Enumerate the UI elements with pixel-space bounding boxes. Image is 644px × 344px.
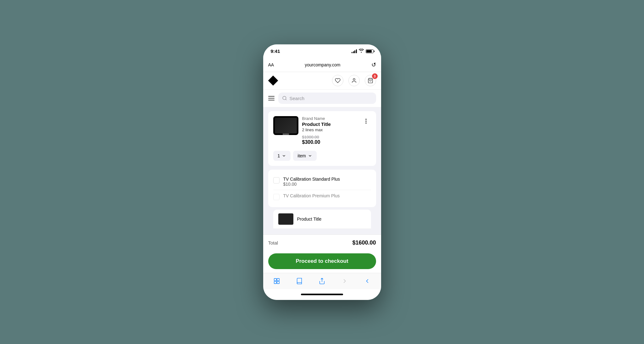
person-icon [351, 78, 357, 83]
browser-url[interactable]: yourcompany.com [305, 62, 340, 67]
svg-rect-6 [274, 279, 276, 281]
svg-rect-7 [277, 279, 279, 281]
menu-line-1 [268, 96, 275, 97]
addon-item-2: TV Calibration Premium Plus [273, 190, 371, 203]
addons-section: TV Calibration Standard Plus $10.00 TV C… [263, 170, 381, 207]
quantity-value: 1 [278, 153, 280, 158]
share-icon [319, 278, 325, 285]
browser-bar: AA yourcompany.com ↺ [263, 58, 381, 72]
total-bar: Total $1600.00 [263, 234, 381, 251]
checkout-button[interactable]: Proceed to checkout [268, 253, 376, 269]
addon-details-2: TV Calibration Premium Plus [283, 193, 340, 198]
product-image [273, 116, 298, 135]
svg-rect-9 [277, 281, 279, 284]
tabs-button[interactable] [270, 274, 284, 288]
unit-selector[interactable]: item [293, 151, 316, 161]
next-product-card: Product Title [273, 210, 371, 229]
cart-section: Brand Name Product Title 2 lines max $10… [263, 107, 381, 170]
tv-stand [283, 133, 289, 135]
scrollable-content: Brand Name Product Title 2 lines max $10… [263, 107, 381, 273]
account-button[interactable] [348, 75, 360, 86]
total-label: Total [268, 240, 278, 245]
cart-badge: 3 [372, 73, 378, 79]
chevron-down-icon-2 [308, 154, 312, 158]
home-indicator [263, 289, 381, 300]
addon-name-1: TV Calibration Standard Plus [283, 177, 340, 182]
addon-checkbox-1[interactable] [273, 177, 280, 183]
browser-aa-label[interactable]: AA [268, 62, 274, 67]
menu-button[interactable] [268, 96, 275, 100]
addon-checkbox-2[interactable] [273, 194, 280, 200]
nav-icons: 3 [332, 75, 376, 86]
chevron-down-icon [282, 154, 286, 158]
tv-screen [275, 118, 297, 133]
tabs-icon [273, 278, 280, 285]
wishlist-button[interactable] [332, 75, 343, 86]
bottom-browser-bar [263, 273, 381, 289]
original-price: $1000.00 [302, 135, 357, 139]
brand-logo[interactable] [268, 76, 278, 86]
status-icons [352, 49, 374, 54]
signal-icon [352, 49, 357, 53]
addon-details-1: TV Calibration Standard Plus $10.00 [283, 177, 340, 187]
wifi-icon [359, 49, 364, 54]
search-bar-row: Search [263, 90, 381, 107]
back-button[interactable] [360, 274, 374, 288]
addon-price-1: $10.00 [283, 182, 340, 187]
share-button[interactable] [315, 274, 329, 288]
heart-icon [335, 78, 341, 83]
more-options-button[interactable] [361, 116, 371, 126]
cart-item-card: Brand Name Product Title 2 lines max $10… [268, 111, 376, 166]
search-placeholder: Search [290, 96, 305, 101]
svg-point-3 [365, 119, 367, 120]
chevron-left-icon [364, 278, 371, 285]
book-icon [296, 278, 303, 285]
cart-button[interactable]: 3 [365, 75, 376, 86]
total-amount: $1600.00 [352, 240, 376, 246]
brand-name: Brand Name [302, 116, 357, 121]
menu-line-2 [268, 98, 275, 99]
menu-line-3 [268, 100, 275, 100]
svg-rect-8 [274, 281, 276, 284]
search-icon [282, 96, 287, 101]
forward-button[interactable] [338, 274, 352, 288]
product-info: Brand Name Product Title 2 lines max $10… [302, 116, 357, 148]
nav-header: 3 [263, 72, 381, 90]
product-subtitle: 2 lines max [302, 127, 357, 132]
selectors-row: 1 item [273, 151, 371, 161]
next-product-title: Product Title [297, 217, 322, 222]
battery-icon [366, 49, 374, 53]
search-input[interactable]: Search [278, 93, 376, 104]
price-row: $1000.00 $300.00 [302, 135, 357, 145]
chevron-right-icon [341, 278, 348, 285]
addons-card: TV Calibration Standard Plus $10.00 TV C… [268, 170, 376, 207]
addon-item-1: TV Calibration Standard Plus $10.00 [273, 173, 371, 190]
status-time: 9:41 [271, 48, 280, 54]
bookmarks-button[interactable] [292, 274, 306, 288]
cart-item-row: Brand Name Product Title 2 lines max $10… [273, 116, 371, 148]
home-indicator-bar [301, 294, 343, 295]
browser-refresh-icon[interactable]: ↺ [371, 61, 376, 68]
ellipsis-icon [365, 118, 367, 124]
unit-value: item [297, 153, 306, 158]
next-product-image [278, 213, 293, 225]
bag-icon [368, 78, 373, 83]
svg-point-4 [365, 121, 367, 122]
svg-point-0 [353, 78, 355, 80]
quantity-selector[interactable]: 1 [273, 151, 291, 161]
product-title: Product Title [302, 121, 357, 127]
svg-point-2 [283, 96, 286, 100]
svg-point-5 [365, 122, 367, 124]
sale-price: $300.00 [302, 139, 357, 145]
next-product-section: Product Title [263, 207, 381, 229]
status-bar: 9:41 [263, 44, 381, 58]
addon-name-2: TV Calibration Premium Plus [283, 193, 340, 198]
